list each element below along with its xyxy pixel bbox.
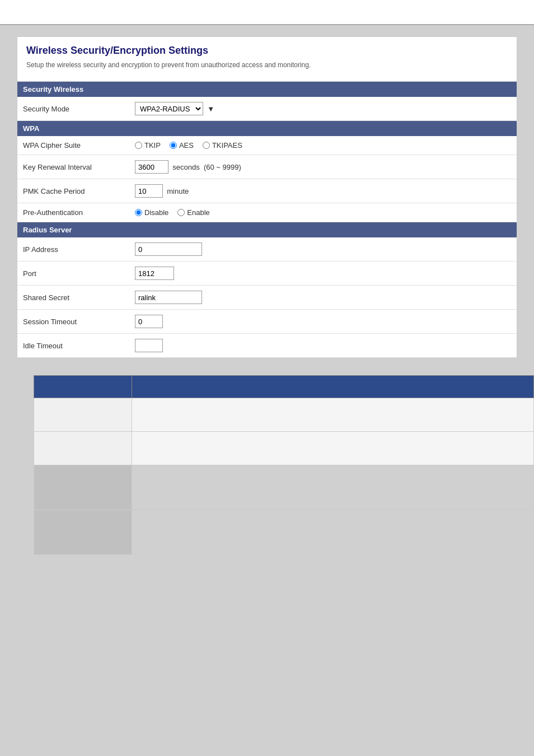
pmk-cache-cell: minute [129, 179, 517, 203]
security-mode-label: Security Mode [17, 97, 129, 121]
idle-timeout-input[interactable] [135, 339, 163, 352]
pmk-cache-input[interactable] [135, 184, 163, 198]
tkip-label: TKIP [144, 141, 161, 150]
table-row-key-renewal: Key Renewal Interval seconds (60 ~ 9999) [17, 155, 517, 179]
section-header-security: Security Wireless [17, 82, 517, 97]
key-renewal-cell: seconds (60 ~ 9999) [129, 155, 517, 179]
table-row-ip: IP Address [17, 237, 517, 262]
aes-radio[interactable] [170, 142, 177, 149]
bottom-row3-col2 [132, 465, 534, 510]
table-row-pmk: PMK Cache Period minute [17, 179, 517, 203]
bottom-table-row-2 [34, 432, 534, 465]
idle-timeout-cell [129, 334, 517, 358]
preauth-enable-radio[interactable] [177, 209, 185, 216]
security-mode-cell: WPA2-RADIUS WPA2-Personal WPA-Personal W… [129, 97, 517, 121]
session-timeout-label: Session Timeout [17, 310, 129, 334]
bottom-row2-col2 [132, 432, 534, 465]
tkipaes-radio-label[interactable]: TKIPAES [203, 141, 242, 150]
shared-secret-cell [129, 286, 517, 310]
tkip-radio[interactable] [135, 142, 142, 149]
preauth-radio-group: Disable Enable [135, 208, 511, 217]
table-row-session-timeout: Session Timeout [17, 310, 517, 334]
bottom-header-col2 [132, 376, 534, 398]
security-wireless-table: Security Mode WPA2-RADIUS WPA2-Personal … [17, 97, 517, 121]
bottom-table [34, 375, 534, 555]
pmk-cache-label: PMK Cache Period [17, 179, 129, 203]
radius-table: IP Address Port Shared Secret Session Ti… [17, 237, 517, 358]
port-input[interactable] [135, 267, 174, 280]
cipher-suite-cell: TKIP AES TKIPAES [129, 136, 517, 155]
bottom-section [17, 375, 517, 555]
cipher-suite-label: WPA Cipher Suite [17, 136, 129, 155]
card-description: Setup the wireless security and encrypti… [26, 61, 508, 69]
key-renewal-label: Key Renewal Interval [17, 155, 129, 179]
disable-label: Disable [144, 208, 168, 217]
preauth-cell: Disable Enable [129, 203, 517, 222]
ip-address-input[interactable] [135, 242, 202, 256]
key-renewal-input[interactable] [135, 160, 168, 174]
card-title: Wireless Security/Encryption Settings [26, 45, 508, 57]
table-row-port: Port [17, 262, 517, 286]
content-wrapper: Wireless Security/Encryption Settings Se… [0, 25, 534, 566]
session-timeout-input[interactable] [135, 315, 163, 328]
table-row-idle-timeout: Idle Timeout [17, 334, 517, 358]
bottom-row1-col1 [34, 398, 132, 432]
security-mode-select[interactable]: WPA2-RADIUS WPA2-Personal WPA-Personal W… [135, 102, 203, 115]
ip-address-cell [129, 237, 517, 262]
enable-radio-label[interactable]: Enable [177, 208, 209, 217]
aes-label: AES [179, 141, 194, 150]
tkip-radio-label[interactable]: TKIP [135, 141, 161, 150]
table-row-shared-secret: Shared Secret [17, 286, 517, 310]
bottom-row4-col1 [34, 510, 132, 555]
section-header-radius: Radius Server [17, 222, 517, 237]
key-renewal-suffix: seconds (60 ~ 9999) [172, 163, 241, 171]
bottom-row2-col1 [34, 432, 132, 465]
enable-label: Enable [187, 208, 209, 217]
shared-secret-input[interactable] [135, 291, 202, 304]
table-row-cipher: WPA Cipher Suite TKIP AES TK [17, 136, 517, 155]
bottom-row3-col1 [34, 465, 132, 510]
bottom-row1-col2 [132, 398, 534, 432]
cipher-radio-group: TKIP AES TKIPAES [135, 141, 511, 150]
shared-secret-label: Shared Secret [17, 286, 129, 310]
settings-card: Wireless Security/Encryption Settings Se… [17, 36, 517, 358]
bottom-table-row-1 [34, 398, 534, 432]
card-header: Wireless Security/Encryption Settings Se… [17, 37, 517, 77]
top-bar [0, 0, 534, 25]
tkipaes-label: TKIPAES [212, 141, 242, 150]
table-row-preauth: Pre-Authentication Disable Enable [17, 203, 517, 222]
section-header-wpa: WPA [17, 121, 517, 136]
tkipaes-radio[interactable] [203, 142, 210, 149]
preauth-disable-radio[interactable] [135, 209, 142, 216]
port-label: Port [17, 262, 129, 286]
bottom-table-row-4 [34, 510, 534, 555]
table-row: Security Mode WPA2-RADIUS WPA2-Personal … [17, 97, 517, 121]
bottom-table-row-3 [34, 465, 534, 510]
ip-address-label: IP Address [17, 237, 129, 262]
pmk-suffix: minute [167, 187, 189, 195]
aes-radio-label[interactable]: AES [170, 141, 194, 150]
bottom-table-header-row [34, 376, 534, 398]
disable-radio-label[interactable]: Disable [135, 208, 168, 217]
idle-timeout-label: Idle Timeout [17, 334, 129, 358]
port-cell [129, 262, 517, 286]
bottom-row4-col2 [132, 510, 534, 555]
bottom-header-col1 [34, 376, 132, 398]
preauth-label: Pre-Authentication [17, 203, 129, 222]
wpa-table: WPA Cipher Suite TKIP AES TK [17, 136, 517, 222]
session-timeout-cell [129, 310, 517, 334]
